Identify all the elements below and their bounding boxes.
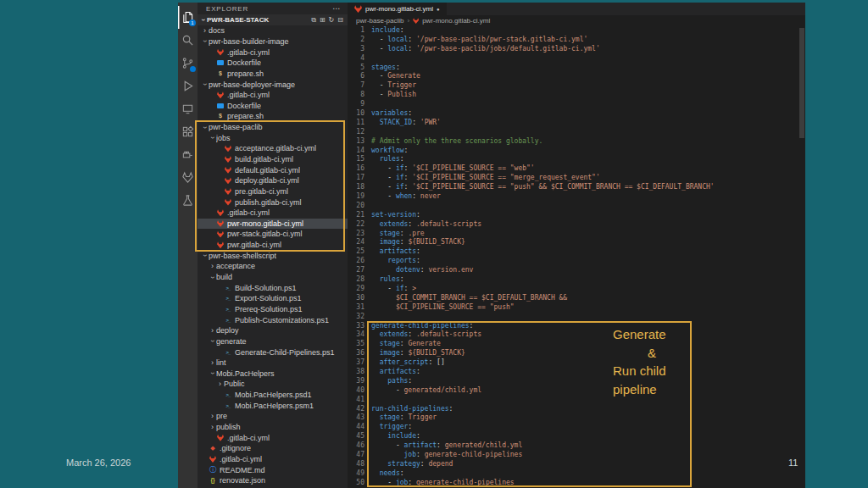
modified-dot-icon[interactable]: ●: [437, 7, 440, 12]
tree-file[interactable]: ›.gitlab-ci.yml: [198, 454, 348, 465]
tree-folder[interactable]: ›publish: [198, 422, 348, 433]
breadcrumb-folder[interactable]: pwr-base-paclib: [356, 17, 403, 25]
tree-folder[interactable]: ›docs: [198, 25, 348, 36]
code-line[interactable]: 26 reports:: [348, 257, 805, 266]
activity-docker[interactable]: [178, 143, 198, 166]
code-line[interactable]: 13# Admit only the three scenarios globa…: [348, 137, 805, 147]
code-line[interactable]: 9: [348, 100, 805, 109]
code-line[interactable]: 41: [348, 396, 805, 405]
collapse-folders-icon[interactable]: ⊟: [337, 16, 343, 25]
code-line[interactable]: 44 trigger:: [348, 423, 805, 432]
tree-file[interactable]: ›publish.gitlab-ci.yml: [198, 197, 348, 208]
code-line[interactable]: 21set-version:: [348, 211, 805, 220]
code-line[interactable]: 37 after_script: []: [348, 358, 805, 368]
tree-folder[interactable]: ›deploy: [198, 325, 348, 336]
tab-pwr-mono-gitlab-ci[interactable]: pwr-mono.gitlab-ci.yml ●: [348, 3, 448, 15]
tree-file[interactable]: ›>_Prereq-Solution.ps1: [198, 304, 348, 315]
tree-file[interactable]: ›.gitlab-ci.yml: [198, 90, 348, 101]
code-line[interactable]: 50 - job: generate-child-pipelines: [348, 479, 805, 488]
tree-folder[interactable]: ›pre: [198, 411, 348, 422]
tree-file[interactable]: ›default.gitlab-ci.yml: [198, 164, 348, 175]
code-line[interactable]: 34 extends: .default-scripts: [348, 330, 805, 340]
tree-file[interactable]: ›pre.gitlab-ci.yml: [198, 186, 348, 197]
tree-file[interactable]: ›.gitlab-ci.yml: [198, 208, 348, 219]
code-line[interactable]: 20: [348, 202, 805, 211]
tree-folder[interactable]: ›lint: [198, 358, 348, 369]
tree-file[interactable]: ›pwr-stack.gitlab-ci.yml: [198, 229, 348, 240]
more-actions-icon[interactable]: ⋯: [332, 4, 341, 13]
code-line[interactable]: 12: [348, 128, 805, 137]
code-line[interactable]: 32: [348, 313, 805, 322]
code-line[interactable]: 48 strategy: depend: [348, 460, 805, 469]
code-line[interactable]: 46 - artifact: generated/child.yml: [348, 441, 805, 451]
new-folder-icon[interactable]: ⊞: [320, 16, 326, 25]
tree-file[interactable]: ›◆.gitignore: [198, 443, 348, 454]
tree-file[interactable]: ›>_Generate-Child-Pipelines.ps1: [198, 347, 348, 358]
tree-file[interactable]: ›Dockerfile: [198, 100, 348, 111]
code-line[interactable]: 3 - local: '/pwr-base-paclib/jobs/defaul…: [348, 45, 805, 54]
new-file-icon[interactable]: ⧉: [311, 16, 316, 25]
tree-folder[interactable]: ›acceptance: [198, 261, 348, 272]
tree-file[interactable]: ›pwr-mono.gitlab-ci.yml: [198, 219, 348, 230]
code-line[interactable]: 23 stage: .pre: [348, 230, 805, 239]
activity-extensions[interactable]: [178, 120, 198, 143]
tree-folder[interactable]: ›pwr-base-paclib: [198, 122, 348, 133]
activity-remote-explorer[interactable]: [178, 97, 198, 120]
activity-test-explorer[interactable]: [178, 189, 198, 212]
code-line[interactable]: 11 STACK_ID: 'PWR': [348, 119, 805, 128]
tree-folder[interactable]: ›build: [198, 272, 348, 283]
code-line[interactable]: 47 job: generate-child-pipelines: [348, 451, 805, 460]
code-line[interactable]: 30 $CI_COMMIT_BRANCH == $CI_DEFAULT_BRAN…: [348, 294, 805, 303]
tree-file[interactable]: ›>_Mobi.PacHelpers.psd1: [198, 390, 348, 401]
tree-folder[interactable]: ›Mobi.PacHelpers: [198, 369, 348, 380]
tree-file[interactable]: ›acceptance.gitlab-ci.yml: [198, 143, 348, 154]
code-line[interactable]: 2 - local: '/pwr-base-paclib/pwr-stack.g…: [348, 36, 805, 45]
tree-folder[interactable]: ›generate: [198, 336, 348, 347]
tree-folder[interactable]: ›pwr-base-shellscript: [198, 250, 348, 261]
code-line[interactable]: 19 - when: never: [348, 192, 805, 202]
code-line[interactable]: 45 include:: [348, 432, 805, 441]
refresh-explorer-icon[interactable]: ↻: [329, 16, 335, 25]
code-line[interactable]: 1include:: [348, 26, 805, 36]
code-line[interactable]: 40 - generated/child.yml: [348, 386, 805, 396]
code-line[interactable]: 14workflow:: [348, 147, 805, 156]
code-line[interactable]: 18 - if: '$CI_PIPELINE_SOURCE == "push" …: [348, 183, 805, 192]
code-line[interactable]: 28 rules:: [348, 275, 805, 285]
code-line[interactable]: 22 extends: .default-scripts: [348, 220, 805, 230]
activity-explorer[interactable]: 1: [178, 6, 198, 29]
code-line[interactable]: 36 image: ${BUILD_STACK}: [348, 349, 805, 358]
code-lines[interactable]: 1include:2 - local: '/pwr-base-paclib/pw…: [348, 26, 805, 488]
code-line[interactable]: 27 dotenv: version.env: [348, 266, 805, 275]
code-line[interactable]: 25 artifacts:: [348, 247, 805, 257]
code-line[interactable]: 35 stage: Generate: [348, 340, 805, 349]
tree-folder[interactable]: ›pwr-base-builder-image: [198, 36, 348, 47]
tree-file[interactable]: ›>_Build-Solution.ps1: [198, 282, 348, 293]
code-line[interactable]: 42run-child-pipelines:: [348, 405, 805, 414]
activity-gitlab-workflow[interactable]: [178, 166, 198, 189]
tree-file[interactable]: ›ⓘREADME.md: [198, 464, 348, 475]
workspace-section-header[interactable]: › PWR-BASE-STACK ⧉ ⊞ ↻ ⊟: [198, 14, 348, 25]
code-line[interactable]: 33generate-child-pipelines:: [348, 322, 805, 331]
editor-scrollbar[interactable]: [798, 26, 805, 488]
tree-file[interactable]: ›>_Export-Solution.ps1: [198, 293, 348, 304]
code-line[interactable]: 24 image: ${BUILD_STACK}: [348, 238, 805, 247]
tree-file[interactable]: ›build.gitlab-ci.yml: [198, 154, 348, 165]
tree-file[interactable]: ›>_Publish-Customizations.ps1: [198, 314, 348, 325]
tree-file[interactable]: ›{}renovate.json: [198, 475, 348, 486]
tree-folder[interactable]: ›pwr-base-deployer-image: [198, 79, 348, 90]
code-line[interactable]: 5stages:: [348, 64, 805, 73]
code-line[interactable]: 39 paths:: [348, 377, 805, 386]
code-line[interactable]: 29 - if: >: [348, 285, 805, 294]
tree-folder[interactable]: ›jobs: [198, 132, 348, 143]
scrollbar-thumb[interactable]: [799, 28, 804, 138]
tree-file[interactable]: ›$prepare.sh: [198, 69, 348, 80]
tree-folder[interactable]: ›Public: [198, 379, 348, 390]
code-line[interactable]: 17 - if: '$CI_PIPELINE_SOURCE == "merge_…: [348, 174, 805, 183]
activity-run-debug[interactable]: [178, 75, 198, 97]
tree-file[interactable]: ›pwr.gitlab-ci.yml: [198, 240, 348, 251]
code-line[interactable]: 10variables:: [348, 109, 805, 119]
breadcrumb-file[interactable]: pwr-mono.gitlab-ci.yml: [422, 17, 490, 25]
code-line[interactable]: 7 - Trigger: [348, 81, 805, 91]
code-line[interactable]: 38 artifacts:: [348, 368, 805, 377]
activity-source-control[interactable]: [178, 52, 198, 75]
